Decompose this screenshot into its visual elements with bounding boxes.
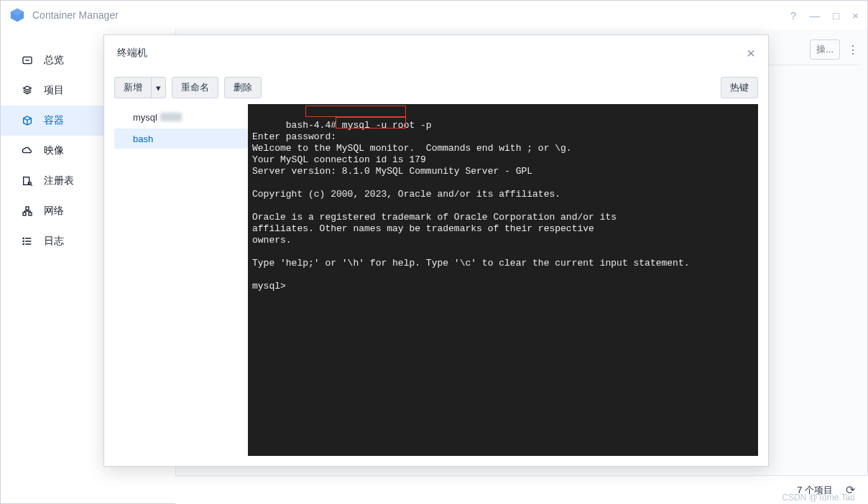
operation-column-header[interactable]: 操... — [810, 39, 840, 60]
minimize-button[interactable]: — — [809, 9, 820, 22]
svg-point-8 — [23, 238, 24, 238]
modal-body: mysql bash bash-4.4# mysql -u root -p En… — [104, 104, 768, 466]
sidebar-item-label: 映像 — [44, 144, 64, 157]
highlight-box — [336, 117, 406, 129]
app-title: Container Manager — [32, 9, 119, 21]
sidebar-item-label: 注册表 — [44, 174, 74, 187]
sidebar-item-label: 网络 — [44, 205, 64, 218]
network-icon — [21, 205, 34, 218]
list-search-icon — [21, 174, 34, 187]
session-item-mysql[interactable]: mysql — [114, 107, 248, 127]
sidebar-item-label: 容器 — [44, 114, 64, 127]
cloud-icon — [21, 144, 34, 157]
app-icon — [9, 7, 25, 23]
window-controls: ? — □ × — [790, 9, 859, 22]
modal-close-icon[interactable]: × — [747, 45, 755, 62]
footer: 7 个项目 ⟳ — [175, 475, 868, 504]
titlebar: Container Manager ? — □ × — [1, 1, 867, 29]
session-item-bash[interactable]: bash — [114, 129, 248, 149]
terminal-modal: 终端机 × 新增 ▾ 重命名 删除 热键 mysql bash bash-4.4… — [103, 34, 769, 467]
new-session-dropdown[interactable]: ▾ — [151, 77, 166, 98]
terminal-output[interactable]: bash-4.4# mysql -u root -p Enter passwor… — [248, 104, 758, 456]
cube-icon — [21, 114, 34, 127]
close-button[interactable]: × — [852, 9, 859, 22]
cube-stack-icon — [21, 84, 34, 97]
new-session-button[interactable]: 新增 — [114, 77, 151, 98]
content-actions: 操... ⋮ — [810, 39, 859, 60]
list-icon — [21, 235, 34, 248]
session-list: mysql bash — [114, 104, 248, 456]
sidebar-item-label: 日志 — [44, 235, 64, 248]
modal-header: 终端机 × — [104, 35, 768, 71]
session-label: bash — [133, 134, 153, 144]
help-button[interactable]: ? — [790, 9, 796, 22]
gauge-icon — [21, 54, 34, 67]
svg-point-10 — [23, 243, 24, 244]
more-icon[interactable]: ⋮ — [847, 43, 859, 57]
watermark: CSDN @Tome.Tao — [782, 493, 855, 503]
new-session-split: 新增 ▾ — [114, 77, 166, 98]
blurred-text — [160, 113, 182, 121]
rename-button[interactable]: 重命名 — [172, 77, 218, 98]
sidebar-item-label: 总览 — [44, 54, 64, 67]
terminal-text: bash-4.4# mysql -u root -p Enter passwor… — [252, 120, 690, 291]
sidebar-item-label: 项目 — [44, 84, 64, 97]
delete-button[interactable]: 删除 — [224, 77, 262, 98]
highlight-box — [305, 106, 406, 117]
svg-rect-6 — [23, 213, 26, 215]
svg-point-9 — [23, 241, 24, 241]
modal-title: 终端机 — [117, 47, 147, 60]
session-label: mysql — [133, 112, 157, 123]
hotkey-button[interactable]: 热键 — [721, 77, 758, 98]
maximize-button[interactable]: □ — [833, 9, 839, 22]
svg-rect-5 — [26, 207, 29, 210]
svg-rect-7 — [29, 213, 32, 215]
modal-toolbar: 新增 ▾ 重命名 删除 热键 — [104, 71, 768, 104]
